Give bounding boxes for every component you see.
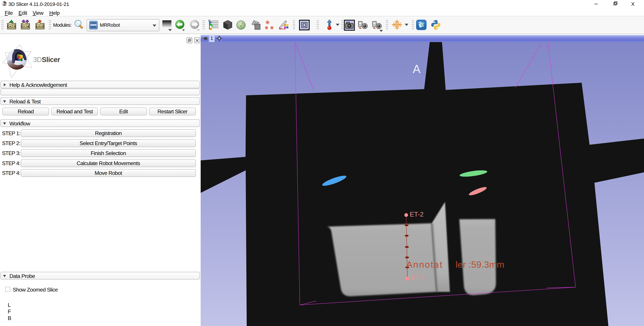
svg-text:ET-2: ET-2 bbox=[410, 211, 424, 218]
svg-text:ler :59.3mm: ler :59.3mm bbox=[456, 259, 504, 269]
svg-text:SAVE: SAVE bbox=[36, 25, 44, 28]
svg-text:ET-1: ET-1 bbox=[411, 274, 425, 281]
svg-text:3DSlicer: 3DSlicer bbox=[33, 56, 60, 64]
svg-text:DATA: DATA bbox=[8, 25, 16, 28]
svg-text:A: A bbox=[413, 63, 421, 76]
svg-text:Annotat: Annotat bbox=[406, 259, 443, 269]
svg-text:DCM: DCM bbox=[22, 25, 29, 28]
